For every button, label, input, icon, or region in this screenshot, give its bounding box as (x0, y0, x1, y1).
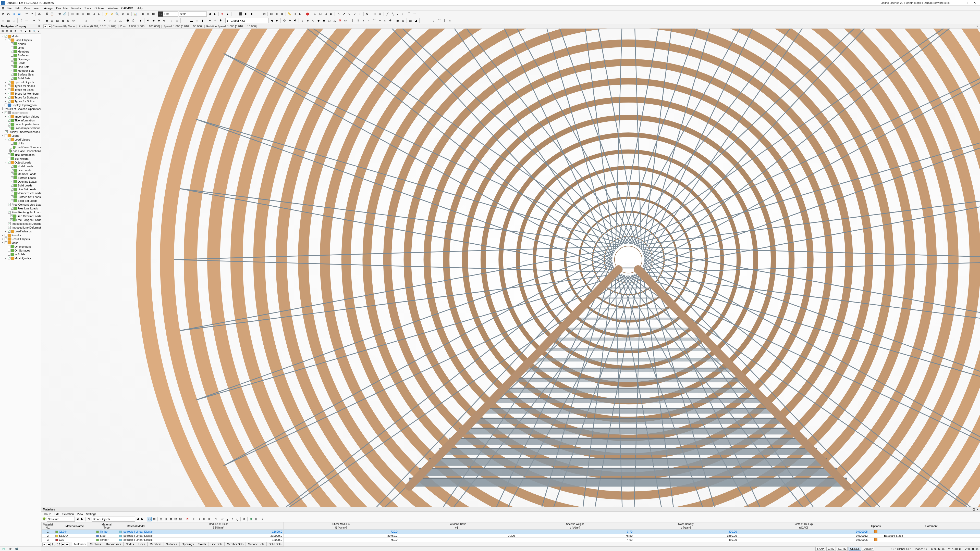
visibility-checkbox[interactable] (11, 199, 14, 202)
visibility-checkbox[interactable] (11, 54, 14, 57)
bp-last[interactable]: ⏭ (66, 543, 69, 546)
status-toggle[interactable]: GLINES (849, 547, 861, 551)
visibility-checkbox[interactable] (8, 123, 11, 125)
r6-button[interactable]: △ (118, 18, 123, 23)
win1-button[interactable]: ◫ (372, 11, 377, 17)
tree-item[interactable]: Nodal Loads (0, 164, 41, 168)
expand-toggle[interactable]: ▸ (5, 96, 7, 99)
panel-tab[interactable]: Surfaces (164, 542, 180, 546)
nav-bot-1[interactable]: ◔ (1, 546, 6, 551)
tree-item[interactable]: Members (0, 49, 41, 53)
q1-button[interactable]: ⌂ (300, 18, 305, 23)
tree-item[interactable]: Line Set Loads (0, 187, 41, 191)
tree-item[interactable]: Self-weight (0, 157, 41, 160)
x6-button[interactable]: × (447, 18, 452, 23)
visibility-checkbox[interactable] (8, 100, 11, 103)
status-toggle[interactable]: SNAP (815, 547, 825, 551)
expand-toggle[interactable]: ▾ (2, 135, 4, 137)
nav-tb-3[interactable]: ▦ (9, 29, 13, 33)
visibility-checkbox[interactable] (8, 253, 11, 256)
menu-assign[interactable]: Assign (42, 6, 54, 10)
paste-button[interactable]: 📋 (49, 11, 55, 17)
bp-fx3[interactable]: f (230, 517, 234, 521)
visibility-checkbox[interactable] (2, 107, 3, 110)
visibility-checkbox[interactable] (11, 65, 14, 68)
menu-insert[interactable]: Insert (32, 6, 42, 10)
cfg-button[interactable]: ⚙ (365, 11, 370, 17)
visibility-checkbox[interactable] (11, 195, 14, 198)
tag-button[interactable]: 🏷 (261, 11, 266, 17)
menu-file[interactable]: File (6, 6, 14, 10)
tree-item[interactable]: Display Topology on (0, 103, 41, 107)
tree-item[interactable]: Free Circular Loads (0, 214, 41, 218)
nav-tb-7[interactable]: ⚙ (28, 29, 32, 33)
info-next[interactable]: ▶ (48, 24, 52, 28)
open-button[interactable]: 🗁 (6, 11, 11, 17)
material-row[interactable]: 2 S620Q Steel Isotropic | Linear Elastic… (41, 534, 980, 538)
visibility-checkbox[interactable] (11, 207, 14, 210)
tree-item[interactable]: Solid Set Loads (0, 199, 41, 203)
edit-tool[interactable]: ✎ (37, 18, 42, 23)
expand-toggle[interactable]: ▾ (2, 35, 4, 38)
expand-toggle[interactable]: ▸ (5, 81, 7, 83)
line4-button[interactable]: ∟ (401, 11, 406, 17)
w1-button[interactable]: ◫ (408, 18, 413, 23)
visibility-checkbox[interactable] (10, 218, 13, 221)
visibility-checkbox[interactable] (8, 119, 11, 122)
tree-item[interactable]: ▾Imperfections (0, 111, 41, 114)
q8-button[interactable]: ✖ (337, 18, 342, 23)
expand-toggle[interactable]: ▸ (5, 92, 7, 95)
expand-toggle[interactable]: ▾ (5, 39, 7, 41)
bp-print[interactable]: 🖶 (242, 517, 246, 521)
tool-b-button[interactable]: ⬛ (238, 11, 243, 17)
redo-button[interactable]: ↷ (29, 11, 35, 17)
mesh-button[interactable]: ▦ (140, 11, 145, 17)
bp-note[interactable]: 🗒 (213, 517, 218, 521)
panel-tab[interactable]: Solids (196, 542, 208, 546)
tool-c-button[interactable]: ◧ (243, 11, 248, 17)
sel3-button[interactable]: ⬚ (11, 18, 16, 23)
option-icon[interactable] (874, 538, 877, 541)
tree-item[interactable]: ▸Types for Solids (0, 99, 41, 103)
bp-csv[interactable]: ▥ (253, 517, 258, 521)
h1-button[interactable]: ▬ (189, 18, 194, 23)
tree-item[interactable]: Load Case Numbers (0, 145, 41, 149)
tree-item[interactable]: On Members (0, 245, 41, 248)
tree-item[interactable]: Line Loads (0, 168, 41, 172)
panel-tab[interactable]: Solid Sets (266, 542, 284, 546)
sel-button[interactable]: ▭ (0, 18, 6, 23)
bp-next2[interactable]: ▶ (140, 517, 145, 521)
t1-button[interactable]: ⊓ (292, 11, 298, 17)
bp-g3[interactable]: ▦ (169, 517, 173, 521)
tree-item[interactable]: Title Information (0, 153, 41, 157)
expand-toggle[interactable]: ▸ (5, 230, 7, 233)
visibility-checkbox[interactable] (8, 157, 11, 160)
visibility-checkbox[interactable] (11, 176, 14, 179)
p2-button[interactable]: ✧ (213, 18, 218, 23)
layer-c-button[interactable]: ▦ (280, 11, 285, 17)
bp-select-icon[interactable]: ⬚ (147, 517, 151, 521)
nav-tb-8[interactable]: 🔍 (32, 29, 36, 33)
txt-button[interactable]: T (78, 18, 83, 23)
visibility-checkbox[interactable] (8, 161, 11, 164)
r5-button[interactable]: ⊿ (113, 18, 118, 23)
status-toggle[interactable]: GRID (826, 547, 836, 551)
e6-button[interactable]: ◎ (71, 18, 76, 23)
menu-view[interactable]: View (22, 6, 32, 10)
gear-button[interactable]: ⚙ (109, 11, 115, 17)
k1-button[interactable]: ≡ (169, 18, 174, 23)
visibility-checkbox[interactable] (8, 88, 11, 91)
e1-button[interactable]: ▦ (44, 18, 49, 23)
visibility-checkbox[interactable] (11, 168, 14, 171)
bp-i3[interactable]: ⊕ (202, 517, 206, 521)
visibility-checkbox[interactable] (8, 38, 11, 41)
tree-item[interactable]: Free Line Loads (0, 206, 41, 210)
tree-item[interactable]: Surface Loads (0, 176, 41, 179)
grid1-button[interactable]: ⊞ (312, 11, 318, 17)
visibility-checkbox[interactable] (11, 62, 14, 64)
grid4-button[interactable]: ⊠ (328, 11, 334, 17)
tree-item[interactable]: Member Sets (0, 68, 41, 73)
info-prev[interactable]: ◀ (43, 24, 47, 28)
nav-tb-1[interactable]: ▤ (0, 29, 5, 33)
expand-toggle[interactable]: ▾ (2, 241, 4, 244)
